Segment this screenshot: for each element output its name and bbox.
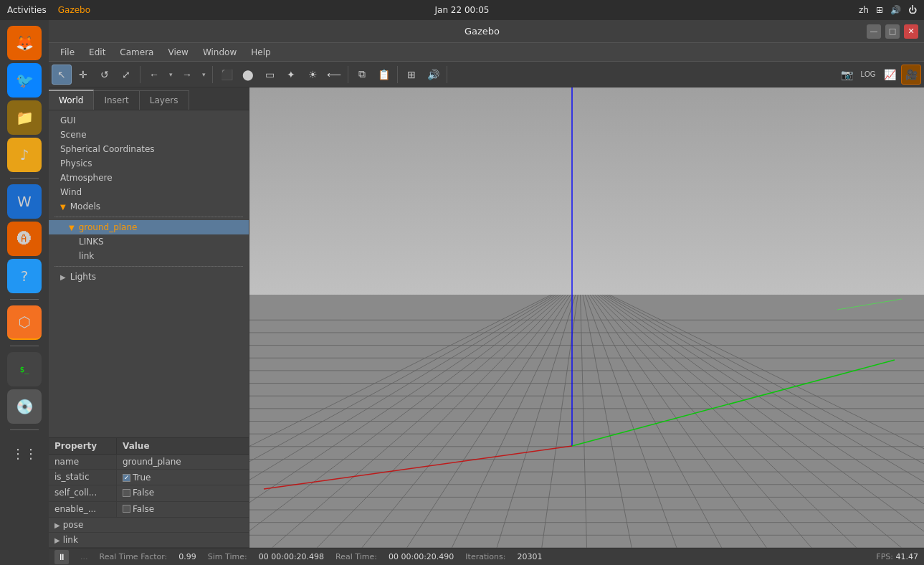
selfcoll-checkbox[interactable]: [123, 489, 130, 497]
tree-item-models[interactable]: ▼ Models: [49, 199, 249, 214]
snap-button[interactable]: 🔊: [423, 65, 443, 85]
toolbar-sep-1: [140, 66, 140, 83]
selfcoll-label: False: [133, 488, 154, 498]
app-grid-icon[interactable]: ⋮⋮: [7, 436, 42, 470]
gazebo-icon[interactable]: ⬡: [7, 305, 42, 340]
firefox-icon[interactable]: 🦊: [7, 26, 42, 60]
taskbar-separator-3: [10, 346, 39, 346]
sky: [249, 87, 924, 295]
undo-button[interactable]: ←: [144, 65, 164, 85]
tree-item-atmosphere[interactable]: Atmosphere: [49, 171, 249, 185]
prop-cell-enable-key: enable_...: [49, 502, 117, 518]
sim-label: Sim Time:: [208, 552, 247, 561]
menu-file[interactable]: File: [54, 46, 80, 59]
rtf-label: Real Time Factor:: [100, 552, 168, 561]
appstore-icon[interactable]: 🅐: [7, 222, 42, 256]
enable-checkbox-group: False: [123, 504, 154, 514]
plot-button[interactable]: 📈: [880, 65, 900, 85]
maximize-button[interactable]: □: [885, 24, 900, 39]
viewport[interactable]: [249, 87, 924, 548]
tree-item-gui[interactable]: GUI: [49, 113, 249, 128]
prop-cell-enable-value[interactable]: False: [117, 502, 160, 518]
gui-label: GUI: [60, 115, 76, 125]
tab-layers[interactable]: Layers: [140, 90, 189, 110]
prop-cell-isstatic-key: is_static: [49, 470, 117, 485]
isstatic-checkbox[interactable]: ✓: [123, 474, 130, 482]
menu-view[interactable]: View: [162, 46, 194, 59]
left-panel: World Insert Layers GUI Scene Spherical …: [49, 87, 249, 548]
screenshot-button[interactable]: 📷: [837, 65, 857, 85]
video-button[interactable]: 🎥: [901, 65, 921, 85]
tree-item-lights[interactable]: ▶ Lights: [49, 270, 249, 284]
dvd-icon[interactable]: 💿: [7, 389, 42, 424]
pause-button[interactable]: ⏸: [54, 550, 69, 564]
undo-dropdown[interactable]: ▾: [166, 65, 176, 85]
tree-item-links[interactable]: LINKS: [49, 234, 249, 249]
tree-item-scene[interactable]: Scene: [49, 128, 249, 142]
prop-row-name: name ground_plane: [49, 455, 249, 470]
align-button[interactable]: ⊞: [401, 65, 421, 85]
thunderbird-icon[interactable]: 🐦: [7, 63, 42, 98]
copy-button[interactable]: ⧉: [352, 65, 372, 85]
grid-canvas: [249, 295, 924, 548]
physics-label: Physics: [60, 158, 92, 168]
tree-item-wind[interactable]: Wind: [49, 185, 249, 199]
terminal-icon[interactable]: $_: [7, 352, 42, 386]
redo-button[interactable]: →: [177, 65, 197, 85]
status-bar: ⏸ ... Real Time Factor: 0.99 Sim Time: 0…: [49, 548, 924, 565]
tree-item-physics[interactable]: Physics: [49, 156, 249, 171]
enable-checkbox[interactable]: [123, 505, 130, 513]
prop-cell-isstatic-value[interactable]: ✓ True: [117, 470, 157, 485]
menu-help[interactable]: Help: [245, 46, 276, 59]
pose-arrow-icon: ▶: [54, 521, 60, 529]
rotate-tool-button[interactable]: ↺: [95, 65, 115, 85]
menu-camera[interactable]: Camera: [114, 46, 159, 59]
minimize-button[interactable]: —: [867, 24, 881, 39]
redo-dropdown[interactable]: ▾: [199, 65, 209, 85]
insert-spotlight-button[interactable]: ☀: [303, 65, 323, 85]
insert-box-button[interactable]: ⬛: [216, 65, 237, 85]
menu-edit[interactable]: Edit: [83, 46, 111, 59]
title-bar-controls: — □ ✕: [867, 24, 918, 39]
atmosphere-label: Atmosphere: [60, 173, 113, 183]
insert-sphere-button[interactable]: ⬤: [238, 65, 258, 85]
lights-arrow: ▶: [60, 273, 66, 281]
prop-header-value: Value: [117, 438, 156, 454]
close-button[interactable]: ✕: [904, 24, 918, 39]
ground-plane-label: ground_plane: [79, 222, 138, 232]
prop-cell-selfcoll-value[interactable]: False: [117, 485, 160, 501]
taskbar-separator-4: [10, 429, 39, 430]
title-bar: Gazebo — □ ✕: [49, 20, 924, 43]
help-icon[interactable]: ?: [7, 259, 42, 293]
insert-cylinder-button[interactable]: ▭: [259, 65, 280, 85]
volume-icon: 🔊: [890, 5, 901, 15]
rhythmbox-icon[interactable]: ♪: [7, 138, 42, 172]
models-arrow: ▼: [60, 203, 66, 211]
prop-row-pose[interactable]: ▶ pose: [49, 518, 249, 533]
log-button[interactable]: LOG: [858, 65, 878, 85]
files-icon[interactable]: 📁: [7, 100, 42, 135]
insert-dirlight-button[interactable]: ⟵: [324, 65, 344, 85]
select-tool-button[interactable]: ↖: [52, 65, 72, 85]
tab-world[interactable]: World: [49, 90, 94, 110]
prop-row-link[interactable]: ▶ link: [49, 533, 249, 548]
gazebo-window: Gazebo — □ ✕ File Edit Camera View Windo…: [49, 20, 924, 565]
insert-pointlight-button[interactable]: ✦: [281, 65, 301, 85]
tab-insert[interactable]: Insert: [94, 90, 139, 110]
tree-item-spherical[interactable]: Spherical Coordinates: [49, 142, 249, 156]
prop-row-selfcoll: self_coll... False: [49, 485, 249, 502]
system-bar-center: Jan 22 00:05: [435, 5, 490, 15]
menu-window[interactable]: Window: [197, 46, 242, 59]
translate-tool-button[interactable]: ✛: [73, 65, 93, 85]
taskbar: 🦊 🐦 📁 ♪ W 🅐 ? ⬡ $_ 💿 ⋮⋮: [0, 20, 49, 565]
prop-cell-name-value[interactable]: ground_plane: [117, 455, 187, 469]
tree-item-ground-plane[interactable]: ▼ ground_plane: [49, 220, 249, 234]
tree-item-link[interactable]: link: [49, 249, 249, 263]
content-area: World Insert Layers GUI Scene Spherical …: [49, 87, 924, 548]
prop-header-property: Property: [49, 438, 117, 454]
rtf-value: 0.99: [178, 552, 196, 561]
scale-tool-button[interactable]: ⤢: [116, 65, 136, 85]
writer-icon[interactable]: W: [7, 184, 42, 219]
paste-button[interactable]: 📋: [373, 65, 394, 85]
activities-label[interactable]: Activities: [7, 5, 47, 15]
